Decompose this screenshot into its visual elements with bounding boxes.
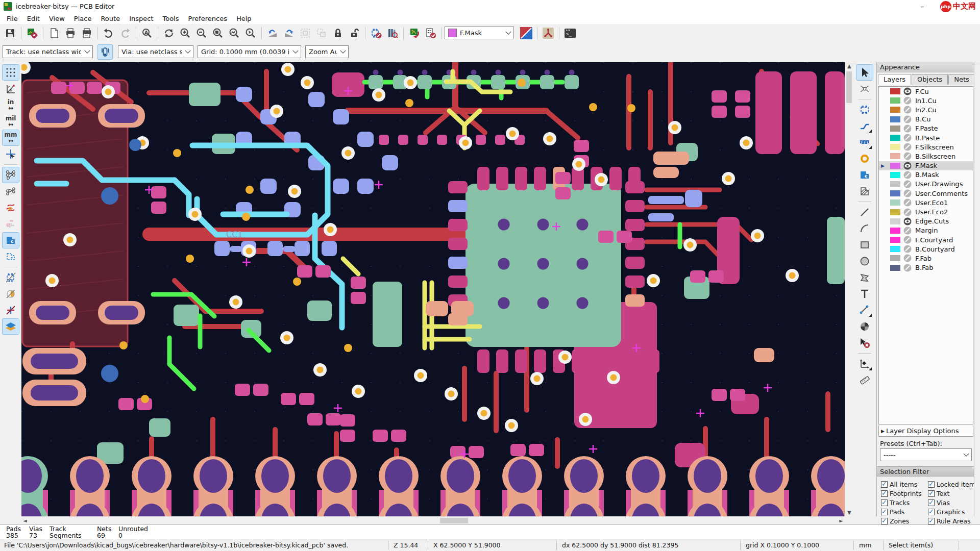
eye-hidden-icon[interactable]: [903, 143, 912, 151]
print-button[interactable]: [63, 26, 78, 41]
filter-vias[interactable]: Vias: [928, 498, 975, 507]
layer-color-swatch[interactable]: [890, 126, 900, 132]
eye-hidden-icon[interactable]: [903, 245, 912, 253]
layer-row-user-drawings[interactable]: User.Drawings: [879, 180, 973, 189]
delete-tool-button[interactable]: [856, 335, 873, 350]
drc-button[interactable]: [423, 26, 438, 41]
draw-line-button[interactable]: [856, 205, 873, 220]
layer-color-swatch[interactable]: [890, 172, 900, 178]
zoom-select[interactable]: Zoom Auto: [305, 45, 349, 58]
scripting-console-button[interactable]: >_: [562, 26, 578, 41]
plot-button[interactable]: [79, 26, 94, 41]
checkbox-icon[interactable]: [881, 490, 888, 497]
layer-row-user-eco2[interactable]: User.Eco2: [879, 207, 973, 216]
layer-row-b-cu[interactable]: B.Cu: [879, 115, 973, 124]
menu-item-tools[interactable]: Tools: [158, 14, 183, 23]
crosshair-cursor-button[interactable]: [3, 146, 19, 162]
layer-color-swatch[interactable]: [890, 97, 900, 104]
layer-row-b-fab[interactable]: B.Fab: [879, 263, 973, 272]
eye-hidden-icon[interactable]: [903, 115, 912, 123]
layer-color-swatch[interactable]: [890, 107, 900, 113]
menu-item-help[interactable]: Help: [232, 14, 256, 23]
refresh-view-button[interactable]: [161, 26, 177, 41]
show-net-names-button[interactable]: [3, 200, 19, 215]
drill-origin-button[interactable]: [856, 356, 873, 371]
layer-color-swatch[interactable]: [890, 181, 900, 187]
polar-coordinates-button[interactable]: rθ: [3, 81, 19, 96]
ungroup-items-button[interactable]: [314, 26, 329, 41]
sketch-tracks-button[interactable]: [3, 303, 19, 318]
checkbox-icon[interactable]: [928, 518, 935, 524]
eye-hidden-icon[interactable]: [903, 227, 912, 235]
draw-zone-button[interactable]: [856, 167, 873, 183]
board-setup-button[interactable]: [24, 26, 40, 41]
zoom-out-button[interactable]: [194, 26, 209, 41]
eye-hidden-icon[interactable]: [903, 171, 912, 179]
pcb-canvas[interactable]: CC1: [21, 62, 845, 516]
menu-item-file[interactable]: File: [2, 14, 22, 23]
checkbox-icon[interactable]: [881, 518, 888, 524]
layer-color-swatch[interactable]: [890, 237, 900, 243]
layer-color-swatch[interactable]: [890, 209, 900, 215]
zoom-in-button[interactable]: [178, 26, 193, 41]
layer-row-f-silkscreen[interactable]: F.Silkscreen: [879, 142, 973, 152]
menu-item-route[interactable]: Route: [96, 14, 125, 23]
draw-rectangle-button[interactable]: [856, 237, 873, 253]
menu-item-view[interactable]: View: [44, 14, 69, 23]
active-layer-select[interactable]: F.Mask: [445, 27, 514, 39]
track-width-select[interactable]: Track: use netclass width: [3, 45, 93, 58]
grid-select[interactable]: Grid: 0.1000 mm (0.0039 in): [198, 45, 301, 58]
layer-color-swatch[interactable]: [890, 144, 900, 150]
place-via-button[interactable]: [856, 151, 873, 166]
tune-length-button[interactable]: [856, 135, 873, 150]
layer-row-f-courtyard[interactable]: F.Courtyard: [879, 235, 973, 244]
vertical-scrollbar[interactable]: ▲ ▼: [845, 62, 853, 516]
layer-color-swatch[interactable]: [890, 199, 900, 206]
dimension-tool-button[interactable]: [856, 303, 873, 318]
auto-track-width-toggle[interactable]: [97, 44, 113, 60]
eye-hidden-icon[interactable]: [903, 189, 912, 197]
route-tracks-button[interactable]: [856, 118, 873, 134]
sketch-pads-button[interactable]: [3, 286, 19, 302]
units-mm-button[interactable]: mm↔: [3, 130, 19, 145]
eye-hidden-icon[interactable]: [903, 124, 912, 133]
measure-tool-button[interactable]: [856, 372, 873, 388]
eye-visible-icon[interactable]: [903, 162, 912, 170]
layer-row-b-courtyard[interactable]: B.Courtyard: [879, 244, 973, 254]
eye-hidden-icon[interactable]: [903, 208, 912, 216]
layer-color-swatch[interactable]: [890, 88, 900, 94]
layer-row-b-paste[interactable]: B.Paste: [879, 133, 973, 142]
via-size-select[interactable]: Via: use netclass sizes: [118, 45, 193, 58]
layer-row-b-silkscreen[interactable]: B.Silkscreen: [879, 152, 973, 161]
filter-graphics[interactable]: Graphics: [928, 507, 975, 516]
draw-rule-area-button[interactable]: [856, 184, 873, 199]
menu-item-edit[interactable]: Edit: [22, 14, 44, 23]
layer-color-swatch[interactable]: [890, 116, 900, 122]
select-tool-button[interactable]: [856, 65, 873, 80]
layer-row-f-paste[interactable]: F.Paste: [879, 124, 973, 133]
toggle-track-display-button[interactable]: [3, 216, 19, 232]
update-pcb-from-schematic-button[interactable]: [407, 26, 422, 41]
layer-row-in1-cu[interactable]: In1.Cu: [879, 96, 973, 105]
checkbox-icon[interactable]: [928, 481, 935, 488]
tab-layers[interactable]: Layers: [878, 74, 911, 85]
layer-color-swatch[interactable]: [890, 163, 900, 169]
layer-color-swatch[interactable]: [890, 190, 900, 196]
layer-row-user-eco1[interactable]: User.Eco1: [879, 198, 973, 207]
eye-hidden-icon[interactable]: [903, 134, 912, 142]
draw-circle-button[interactable]: [856, 254, 873, 269]
horizontal-scrollbar-thumb[interactable]: [440, 518, 468, 523]
zoom-fit-page-button[interactable]: [210, 26, 226, 41]
checkbox-icon[interactable]: [881, 509, 888, 515]
eye-hidden-icon[interactable]: [903, 106, 912, 114]
vertical-scrollbar-thumb[interactable]: [846, 71, 852, 103]
menu-item-inspect[interactable]: Inspect: [125, 14, 158, 23]
zoom-fit-objects-button[interactable]: [227, 26, 242, 41]
minimize-button[interactable]: –: [914, 2, 931, 11]
layer-color-swatch[interactable]: [890, 255, 900, 261]
tab-nets[interactable]: Nets: [948, 74, 975, 85]
eye-hidden-icon[interactable]: [903, 152, 912, 160]
checkbox-icon[interactable]: [928, 509, 935, 515]
layer-color-swatch[interactable]: [890, 218, 900, 224]
footprint-library-browser-button[interactable]: [385, 26, 400, 41]
